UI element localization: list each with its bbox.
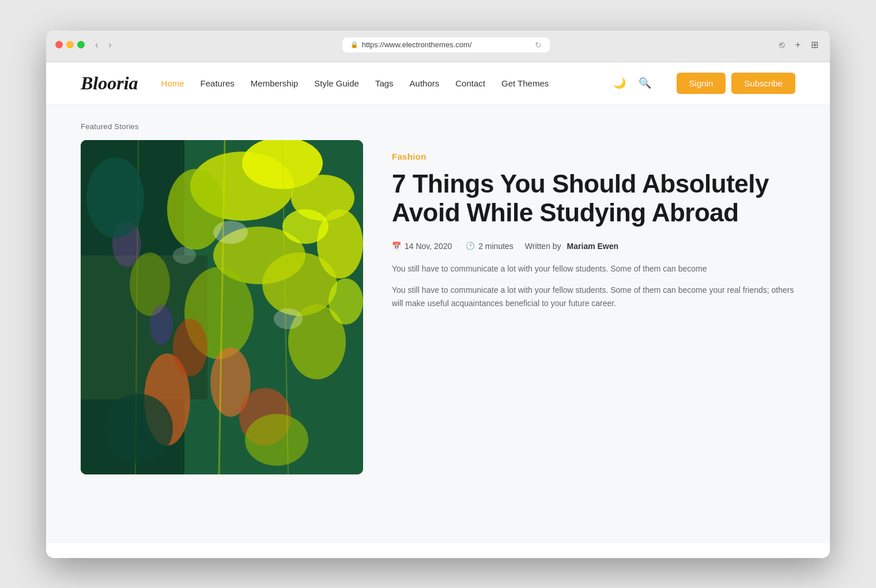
nav-link-home[interactable]: Home — [161, 78, 184, 88]
article-image[interactable] — [81, 140, 363, 474]
svg-point-19 — [150, 304, 173, 345]
article-meta: 📅 14 Nov, 2020 · 🕐 2 minutes Written by … — [392, 242, 795, 251]
article-title[interactable]: 7 Things You Should Absolutely Avoid Whi… — [392, 169, 795, 228]
svg-point-22 — [173, 247, 196, 264]
calendar-icon: 📅 — [392, 242, 401, 250]
article-category[interactable]: Fashion — [392, 152, 795, 161]
written-by-label: Written by — [525, 242, 561, 251]
article-read-time: 2 minutes — [478, 242, 513, 251]
forward-button[interactable]: › — [105, 39, 115, 51]
nav-link-get-themes[interactable]: Get Themes — [501, 78, 549, 88]
article-excerpt-full: You still have to communicate a lot with… — [392, 284, 795, 310]
main-nav: Blooria Home Features Membership Style G… — [46, 62, 830, 105]
browser-actions: ⎋ + ⊞ — [777, 38, 821, 51]
nav-link-features[interactable]: Features — [201, 78, 235, 88]
svg-point-27 — [104, 394, 173, 463]
svg-point-13 — [173, 319, 207, 376]
main-content: Featured Stories — [46, 105, 830, 543]
nav-cta: Signin Subscribe — [677, 73, 795, 94]
address-bar-input[interactable]: 🔒 https://www.electronthemes.com/ ↻ — [342, 37, 550, 52]
browser-window: ‹ › 🔒 https://www.electronthemes.com/ ↻ … — [46, 31, 830, 558]
svg-point-29 — [328, 278, 363, 325]
minimize-traffic-light[interactable] — [66, 41, 74, 48]
article-author[interactable]: Mariam Ewen — [567, 242, 618, 251]
svg-point-20 — [213, 221, 248, 244]
nav-link-style-guide[interactable]: Style Guide — [314, 78, 359, 88]
browser-chrome: ‹ › 🔒 https://www.electronthemes.com/ ↻ … — [46, 31, 830, 62]
nav-links: Home Features Membership Style Guide Tag… — [161, 78, 588, 88]
featured-stories-label: Featured Stories — [81, 122, 795, 131]
lock-icon: 🔒 — [350, 41, 358, 48]
nav-buttons: ‹ › — [92, 39, 115, 51]
nav-link-authors[interactable]: Authors — [410, 78, 440, 88]
back-button[interactable]: ‹ — [92, 39, 101, 51]
article-painting — [81, 140, 363, 474]
nav-icons: 🌙 🔍 — [611, 74, 654, 92]
article-info: Fashion 7 Things You Should Absolutely A… — [392, 140, 795, 310]
clock-icon: 🕐 — [466, 242, 475, 250]
reload-icon[interactable]: ↻ — [535, 40, 542, 50]
address-bar: 🔒 https://www.electronthemes.com/ ↻ — [122, 37, 770, 52]
new-tab-button[interactable]: + — [793, 38, 803, 51]
website: Blooria Home Features Membership Style G… — [46, 62, 830, 558]
article-date: 14 Nov, 2020 — [405, 242, 452, 251]
svg-point-21 — [274, 308, 303, 329]
dark-mode-toggle[interactable]: 🌙 — [611, 74, 628, 92]
featured-article: Fashion 7 Things You Should Absolutely A… — [81, 140, 795, 474]
article-excerpt-short: You still have to communicate a lot with… — [392, 262, 795, 276]
url-text: https://www.electronthemes.com/ — [362, 40, 472, 49]
traffic-lights — [55, 41, 85, 48]
search-button[interactable]: 🔍 — [636, 74, 654, 92]
svg-point-17 — [245, 414, 308, 466]
site-logo[interactable]: Blooria — [81, 73, 138, 94]
signin-button[interactable]: Signin — [677, 73, 726, 94]
nav-link-tags[interactable]: Tags — [375, 78, 394, 88]
close-traffic-light[interactable] — [55, 41, 63, 48]
maximize-traffic-light[interactable] — [77, 41, 85, 48]
grid-button[interactable]: ⊞ — [809, 38, 821, 51]
nav-link-contact[interactable]: Contact — [455, 78, 485, 88]
share-button[interactable]: ⎋ — [777, 38, 787, 51]
nav-link-membership[interactable]: Membership — [251, 78, 299, 88]
svg-point-26 — [86, 157, 144, 238]
svg-point-28 — [282, 209, 328, 244]
subscribe-button[interactable]: Subscribe — [731, 73, 795, 94]
